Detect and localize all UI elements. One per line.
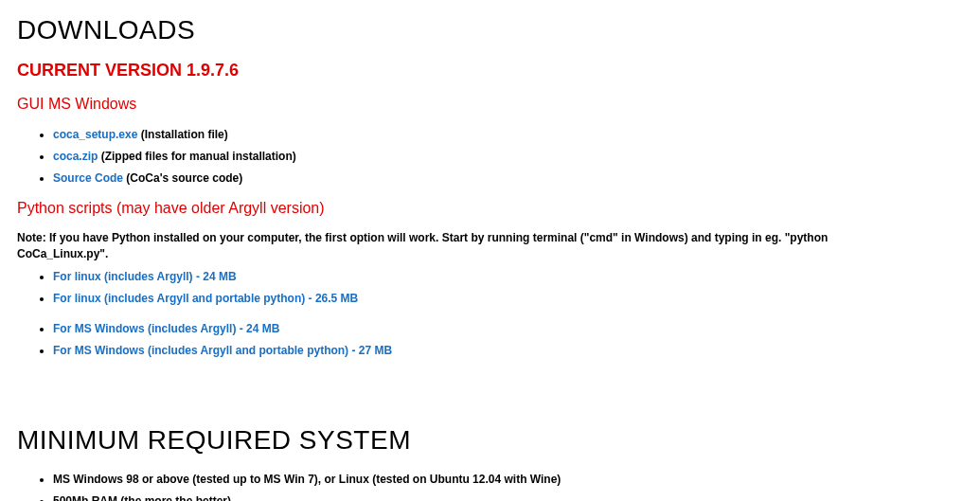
list-item: For linux (includes Argyll and portable … (53, 290, 963, 307)
download-desc: (Zipped files for manual installation) (98, 150, 295, 163)
list-item: MS Windows 98 or above (tested up to MS … (53, 471, 963, 488)
requirements-list: MS Windows 98 or above (tested up to MS … (17, 471, 963, 501)
list-item: For MS Windows (includes Argyll and port… (53, 342, 963, 359)
python-note: Note: If you have Python installed on yo… (17, 230, 869, 262)
download-link[interactable]: For MS Windows (includes Argyll and port… (53, 344, 392, 357)
download-link[interactable]: coca.zip (53, 150, 98, 163)
list-item: For MS Windows (includes Argyll) - 24 MB (53, 320, 963, 337)
download-desc: (CoCa's source code) (123, 171, 242, 185)
list-item: coca_setup.exe (Installation file) (53, 126, 963, 143)
download-link[interactable]: Source Code (53, 171, 123, 185)
list-item: 500Mb RAM (the more the better) (53, 492, 963, 501)
current-version-heading: CURRENT VERSION 1.9.7.6 (17, 61, 963, 81)
download-link[interactable]: For linux (includes Argyll) - 24 MB (53, 270, 237, 283)
gui-windows-heading: GUI MS Windows (17, 96, 963, 113)
list-item: Source Code (CoCa's source code) (53, 170, 963, 187)
downloads-heading: DOWNLOADS (17, 15, 963, 45)
python-scripts-heading: Python scripts (may have older Argyll ve… (17, 200, 963, 217)
download-desc: (Installation file) (137, 128, 227, 141)
download-link[interactable]: For linux (includes Argyll and portable … (53, 292, 358, 305)
download-link[interactable]: coca_setup.exe (53, 128, 137, 141)
list-item: coca.zip (Zipped files for manual instal… (53, 148, 963, 165)
list-item: For linux (includes Argyll) - 24 MB (53, 268, 963, 285)
min-req-heading: MINIMUM REQUIRED SYSTEM (17, 425, 963, 456)
python-windows-list: For MS Windows (includes Argyll) - 24 MB… (17, 320, 963, 359)
download-link[interactable]: For MS Windows (includes Argyll) - 24 MB (53, 322, 279, 335)
gui-download-list: coca_setup.exe (Installation file) coca.… (17, 126, 963, 187)
python-linux-list: For linux (includes Argyll) - 24 MB For … (17, 268, 963, 307)
